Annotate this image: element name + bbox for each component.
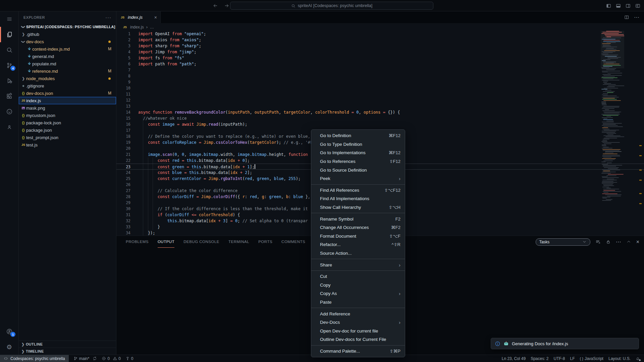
code-line-6[interactable]: 6import path from "path";	[116, 61, 644, 67]
file-mycustom-json[interactable]: {}mycustom.json	[19, 112, 116, 119]
menu-item-command-palette[interactable]: Command Palette...⇧⌘P	[311, 347, 405, 356]
menu-item-change-all-occurrences[interactable]: Change All Occurrences⌘F2	[311, 223, 405, 232]
code-line-13[interactable]: 13	[116, 103, 644, 109]
menu-item-go-to-source-definition[interactable]: Go to Source Definition	[311, 166, 405, 174]
panel-tab-output[interactable]: OUTPUT	[158, 236, 174, 248]
activity-menu-icon[interactable]	[0, 11, 18, 27]
panel-tab-terminal[interactable]: TERMINAL	[228, 236, 249, 248]
file-populate-md[interactable]: populate.md	[19, 60, 116, 67]
menu-item-go-to-type-definition[interactable]: Go to Type Definition	[311, 140, 405, 149]
code-line-14[interactable]: 14async function removeBackgroundColor(i…	[116, 109, 644, 115]
more-actions-icon[interactable]: ⋯	[634, 14, 639, 20]
file-dev-docs-json[interactable]: {}dev-docs.jsonM	[19, 89, 116, 97]
menu-item-find-all-references[interactable]: Find All References⇧⌥F12	[311, 186, 405, 195]
file-package-json[interactable]: {}package.json	[19, 126, 116, 134]
activity-extensions-icon[interactable]	[0, 88, 18, 104]
layout-sidebar-right-icon[interactable]	[625, 3, 631, 9]
code-line-9[interactable]: 9	[116, 79, 644, 85]
menu-item-dev-docs[interactable]: Dev-Docs›	[311, 318, 405, 327]
keyboard-layout[interactable]: Layout: U.S.	[608, 356, 631, 361]
split-editor-icon[interactable]	[624, 14, 629, 20]
file-dev-docs[interactable]: ❯dev-docs	[19, 38, 116, 45]
file-node-modules[interactable]: ❯node_modules	[19, 75, 116, 82]
outline-section[interactable]: ❯OUTLINE	[19, 341, 116, 348]
menu-item-go-to-implementations[interactable]: Go to Implementations⌘F12	[311, 148, 405, 157]
close-panel-icon[interactable]: ×	[636, 239, 639, 245]
menu-item-show-call-hierarchy[interactable]: Show Call Hierarchy⇧⌥H	[311, 203, 405, 212]
code-line-16[interactable]: 16 const image = await Jimp.read(inputPa…	[116, 121, 644, 127]
forward-icon[interactable]	[223, 2, 230, 9]
menu-item-go-to-references[interactable]: Go to References⇧F12	[311, 157, 405, 166]
menu-item-find-all-implementations[interactable]: Find All Implementations	[311, 194, 405, 203]
panel-tab-problems[interactable]: PROBLEMS	[126, 236, 149, 248]
activity-remote-user-icon[interactable]	[0, 119, 18, 135]
file-index-js[interactable]: JSindex.js	[19, 97, 116, 104]
tab-index-js[interactable]: JS index.js ×	[116, 11, 161, 23]
activity-accounts-icon[interactable]: 1	[0, 324, 18, 339]
file-context-index-js-md[interactable]: context-index.js.mdM	[19, 45, 116, 53]
activity-github-icon[interactable]	[0, 104, 18, 119]
file-general-md[interactable]: general.md	[19, 53, 116, 60]
ports-indicator[interactable]: 0	[125, 356, 133, 361]
maximize-panel-icon[interactable]	[626, 239, 631, 244]
menu-item-copy[interactable]: Copy	[311, 281, 405, 290]
layout-sidebar-left-icon[interactable]	[605, 3, 611, 9]
notification-toast[interactable]: Generating Docs for /index.js	[491, 338, 639, 349]
file-github[interactable]: ❯.github	[19, 31, 116, 38]
tab-close-icon[interactable]: ×	[154, 15, 157, 20]
sync-icon[interactable]	[93, 356, 97, 361]
panel-tab-comments[interactable]: COMMENTS	[281, 236, 305, 248]
code-line-15[interactable]: 15 //whatever ok nice	[116, 115, 644, 121]
panel-more-icon[interactable]: ⋯	[616, 239, 621, 245]
menu-item-copy-as[interactable]: Copy As›	[311, 289, 405, 298]
code-line-7[interactable]: 7	[116, 67, 644, 73]
branch-indicator[interactable]: main*	[73, 356, 97, 361]
tree-root[interactable]: ❯ SPRITEAI [CODESPACES: PSYCHIC UMBRELLA…	[19, 23, 116, 31]
language-mode[interactable]: { }JavaScript	[580, 356, 603, 361]
output-channel-dropdown[interactable]: Tasks	[536, 238, 590, 246]
code-line-3[interactable]: 3import sharp from "sharp";	[116, 43, 644, 49]
activity-run-debug-icon[interactable]	[0, 73, 18, 88]
layout-panel-icon[interactable]	[615, 3, 621, 9]
command-center-search[interactable]: spriteAI [Codespaces: psychic umbrella]	[230, 2, 433, 10]
cursor-position[interactable]: Ln 23, Col 49	[502, 356, 526, 361]
activity-explorer-icon[interactable]	[0, 27, 18, 42]
menu-item-paste[interactable]: Paste	[311, 298, 405, 307]
layout-customize-icon[interactable]	[635, 3, 641, 9]
file-gitignore[interactable]: .gitignore	[19, 82, 116, 89]
menu-item-format-document[interactable]: Format Document⇧⌥F	[311, 232, 405, 241]
code-line-2[interactable]: 2import axios from "axios";	[116, 37, 644, 43]
code-line-8[interactable]: 8	[116, 73, 644, 79]
code-line-4[interactable]: 4import Jimp from "jimp";	[116, 49, 644, 55]
file-test-prompt-json[interactable]: {}test_prompt.json	[19, 134, 116, 141]
code-line-1[interactable]: 1import OpenAI from "openai";	[116, 31, 644, 37]
encoding[interactable]: UTF-8	[554, 356, 565, 361]
activity-search-icon[interactable]	[0, 42, 18, 58]
menu-item-rename-symbol[interactable]: Rename SymbolF2	[311, 215, 405, 223]
notifications-bell-icon[interactable]	[636, 356, 640, 361]
timeline-section[interactable]: ❯TIMELINE	[19, 348, 116, 355]
menu-item-go-to-definition[interactable]: Go to Definition⌘F12	[311, 131, 405, 140]
menu-item-add-reference[interactable]: Add Reference	[311, 309, 405, 318]
lock-icon[interactable]	[606, 239, 611, 244]
panel-tab-debug-console[interactable]: DEBUG CONSOLE	[183, 236, 219, 248]
problems-indicator[interactable]: 0 0	[102, 356, 120, 361]
explorer-more-icon[interactable]: ···	[105, 14, 111, 20]
file-package-lock-json[interactable]: {}package-lock.json	[19, 119, 116, 126]
eol[interactable]: LF	[570, 356, 575, 361]
file-mask-png[interactable]: mask.png	[19, 104, 116, 112]
activity-settings-icon[interactable]: ⚙	[0, 339, 18, 355]
file-test-js[interactable]: JStest.js	[19, 141, 116, 148]
minimap[interactable]	[601, 31, 624, 217]
menu-item-refactor[interactable]: Refactor...^⇧R	[311, 240, 405, 249]
code-line-10[interactable]: 10	[116, 85, 644, 91]
code-line-11[interactable]: 11	[116, 91, 644, 97]
code-line-5[interactable]: 5import fs from "fs"	[116, 55, 644, 61]
menu-item-outline-dev-docs-for-current-file[interactable]: Outline Dev-docs for Current File	[311, 335, 405, 344]
remote-indicator[interactable]: Codespaces: psychic umbrella	[0, 355, 69, 362]
menu-item-share[interactable]: Share›	[311, 260, 405, 269]
back-icon[interactable]	[212, 2, 219, 9]
menu-item-source-action[interactable]: Source Action...	[311, 249, 405, 258]
panel-tab-ports[interactable]: PORTS	[258, 236, 272, 248]
menu-item-open-dev-doc-for-current-file[interactable]: Open Dev-doc for current file	[311, 326, 405, 335]
